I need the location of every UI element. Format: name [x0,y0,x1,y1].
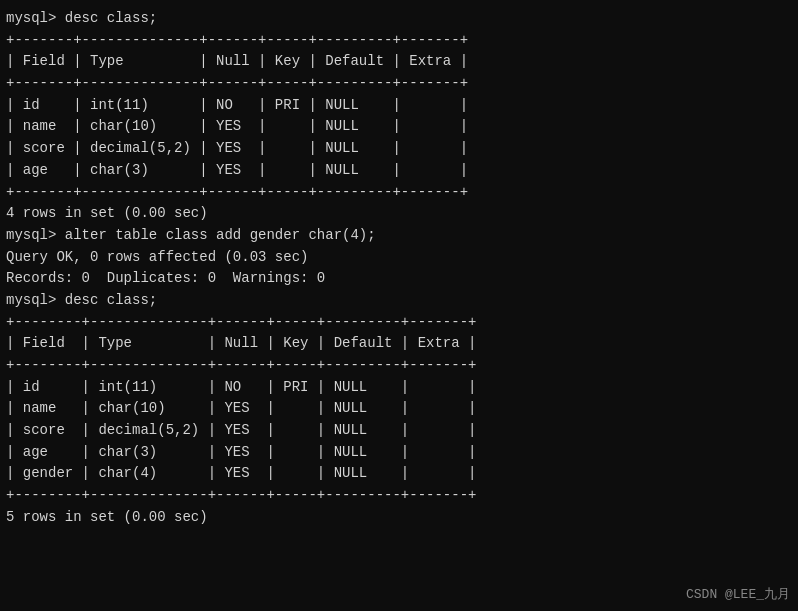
terminal-line: | id | int(11) | NO | PRI | NULL | | [6,377,792,399]
terminal-line: | id | int(11) | NO | PRI | NULL | | [6,95,792,117]
terminal-line: | age | char(3) | YES | | NULL | | [6,442,792,464]
terminal-line: | name | char(10) | YES | | NULL | | [6,116,792,138]
terminal-line: Records: 0 Duplicates: 0 Warnings: 0 [6,268,792,290]
terminal-line: | Field | Type | Null | Key | Default | … [6,51,792,73]
terminal-line: | score | decimal(5,2) | YES | | NULL | … [6,420,792,442]
terminal-line: +--------+--------------+------+-----+--… [6,312,792,334]
terminal-line: mysql> alter table class add gender char… [6,225,792,247]
terminal-line: | name | char(10) | YES | | NULL | | [6,398,792,420]
terminal-line: 4 rows in set (0.00 sec) [6,203,792,225]
terminal-window: mysql> desc class;+-------+-------------… [0,0,798,611]
terminal-line: | gender | char(4) | YES | | NULL | | [6,463,792,485]
terminal-line: | Field | Type | Null | Key | Default | … [6,333,792,355]
terminal-line: +-------+--------------+------+-----+---… [6,73,792,95]
terminal-line: Query OK, 0 rows affected (0.03 sec) [6,247,792,269]
terminal-line: mysql> desc class; [6,290,792,312]
terminal-output: mysql> desc class;+-------+-------------… [6,8,792,529]
terminal-line: +-------+--------------+------+-----+---… [6,182,792,204]
terminal-line: +--------+--------------+------+-----+--… [6,355,792,377]
terminal-line: | score | decimal(5,2) | YES | | NULL | … [6,138,792,160]
terminal-line: 5 rows in set (0.00 sec) [6,507,792,529]
terminal-line: +-------+--------------+------+-----+---… [6,30,792,52]
terminal-line: +--------+--------------+------+-----+--… [6,485,792,507]
terminal-line: mysql> desc class; [6,8,792,30]
watermark: CSDN @LEE_九月 [686,585,790,603]
terminal-line: | age | char(3) | YES | | NULL | | [6,160,792,182]
